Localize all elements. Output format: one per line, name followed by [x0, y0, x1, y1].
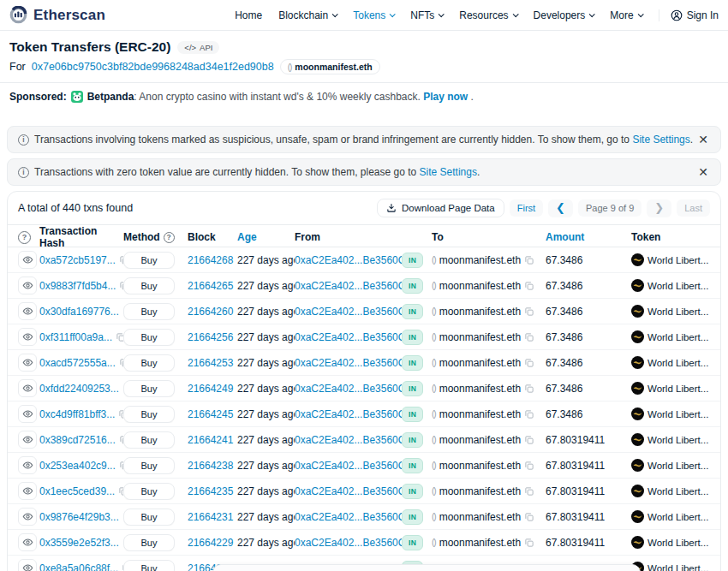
- nav-item-home[interactable]: Home: [235, 9, 262, 21]
- method-button[interactable]: Buy: [123, 560, 175, 571]
- from-address-link[interactable]: 0xaC2Ea402...Be3560C22: [295, 485, 402, 497]
- token-name-link[interactable]: World Libert...: [647, 332, 708, 342]
- from-address-link[interactable]: 0xaC2Ea402...Be3560C22: [295, 434, 402, 446]
- block-link[interactable]: 21664229: [188, 537, 233, 549]
- block-link[interactable]: 21664253: [188, 357, 233, 369]
- preview-eye-button[interactable]: [18, 251, 37, 269]
- tx-hash-link[interactable]: 0x3559e2e52f3...: [39, 537, 119, 549]
- block-link[interactable]: 21664241: [188, 434, 233, 446]
- block-link[interactable]: 21664245: [188, 408, 233, 420]
- to-ens-link[interactable]: moonmanifest.eth: [439, 408, 521, 420]
- block-link[interactable]: 21664249: [188, 383, 233, 395]
- site-settings-link[interactable]: Site Settings: [420, 166, 477, 178]
- preview-eye-button[interactable]: [18, 302, 37, 320]
- copy-icon[interactable]: [524, 486, 534, 497]
- token-name-link[interactable]: World Libert...: [647, 461, 708, 471]
- method-button[interactable]: Buy: [123, 457, 175, 474]
- method-button[interactable]: Buy: [123, 380, 175, 397]
- method-button[interactable]: Buy: [123, 509, 175, 526]
- play-now-link[interactable]: Play now: [423, 91, 468, 103]
- token-name-link[interactable]: World Libert...: [647, 384, 708, 394]
- api-badge[interactable]: </> API: [177, 41, 219, 54]
- token-name-link[interactable]: World Libert...: [647, 281, 708, 291]
- block-link[interactable]: 21664268: [188, 254, 233, 266]
- preview-eye-button[interactable]: [18, 354, 37, 372]
- method-button[interactable]: Buy: [123, 303, 175, 320]
- preview-eye-button[interactable]: [18, 482, 37, 500]
- to-ens-link[interactable]: moonmanifest.eth: [439, 434, 521, 446]
- tx-hash-link[interactable]: 0xf311ff00a9a...: [39, 331, 112, 343]
- to-ens-link[interactable]: moonmanifest.eth: [439, 280, 521, 292]
- block-link[interactable]: 21664260: [188, 306, 233, 318]
- eye-column-help-icon[interactable]: ?: [18, 231, 31, 244]
- from-address-link[interactable]: 0xaC2Ea402...Be3560C22: [295, 460, 402, 472]
- download-page-data-button[interactable]: Download Page Data: [377, 199, 504, 217]
- tx-hash-link[interactable]: 0xe8a5a06c88f...: [39, 562, 118, 571]
- copy-icon[interactable]: [524, 435, 534, 445]
- token-name-link[interactable]: World Libert...: [647, 409, 708, 419]
- block-link[interactable]: 21664231: [188, 511, 233, 523]
- token-name-link[interactable]: World Libert...: [647, 255, 708, 265]
- to-ens-link[interactable]: moonmanifest.eth: [439, 383, 521, 395]
- nav-item-blockchain[interactable]: Blockchain: [278, 9, 337, 21]
- copy-icon[interactable]: [524, 358, 534, 368]
- block-link[interactable]: 21664265: [188, 280, 233, 292]
- preview-eye-button[interactable]: [18, 379, 37, 397]
- from-address-link[interactable]: 0xaC2Ea402...Be3560C22: [295, 357, 402, 369]
- preview-eye-button[interactable]: [18, 431, 37, 449]
- token-name-link[interactable]: World Libert...: [647, 538, 708, 548]
- to-ens-link[interactable]: moonmanifest.eth: [439, 254, 521, 266]
- pagination-last-button[interactable]: Last: [677, 199, 710, 217]
- from-address-link[interactable]: 0xaC2Ea402...Be3560C22: [295, 306, 402, 318]
- from-address-link[interactable]: 0xaC2Ea402...Be3560C22: [295, 537, 402, 549]
- method-button[interactable]: Buy: [123, 406, 175, 423]
- etherscan-logo[interactable]: Etherscan: [9, 6, 105, 24]
- preview-eye-button[interactable]: [18, 328, 37, 346]
- sign-in-button[interactable]: Sign In: [659, 9, 719, 21]
- method-help-icon[interactable]: ?: [164, 232, 175, 243]
- copy-icon[interactable]: [524, 384, 534, 394]
- preview-eye-button[interactable]: [18, 559, 37, 571]
- copy-icon[interactable]: [524, 512, 534, 522]
- block-link[interactable]: 21664256: [188, 331, 233, 343]
- method-button[interactable]: Buy: [123, 534, 175, 551]
- nav-item-tokens[interactable]: Tokens: [353, 9, 394, 21]
- close-icon[interactable]: ✕: [696, 164, 710, 180]
- token-name-link[interactable]: World Libert...: [647, 306, 708, 317]
- method-button[interactable]: Buy: [123, 431, 175, 449]
- ens-name-pill[interactable]: () moonmanifest.eth: [280, 59, 380, 74]
- preview-eye-button[interactable]: [18, 456, 37, 474]
- tx-hash-link[interactable]: 0x389cd72516...: [39, 434, 116, 446]
- nav-item-developers[interactable]: Developers: [534, 9, 594, 21]
- address-link[interactable]: 0x7e06bc9750c3bf82bde9968248ad34e1f2ed90…: [32, 61, 274, 73]
- to-ens-link[interactable]: moonmanifest.eth: [439, 331, 521, 343]
- preview-eye-button[interactable]: [18, 508, 37, 526]
- copy-icon[interactable]: [524, 255, 534, 265]
- tx-hash-link[interactable]: 0xa572cb5197...: [39, 254, 116, 266]
- copy-icon[interactable]: [524, 461, 534, 471]
- copy-icon[interactable]: [524, 409, 534, 419]
- tx-hash-link[interactable]: 0x9876e4f29b3...: [39, 511, 119, 523]
- copy-icon[interactable]: [524, 538, 534, 548]
- nav-item-nfts[interactable]: NFTs: [410, 9, 443, 21]
- copy-icon[interactable]: [524, 332, 534, 342]
- tx-hash-link[interactable]: 0x1eec5ced39...: [39, 485, 115, 497]
- copy-icon[interactable]: [524, 306, 534, 317]
- tx-hash-link[interactable]: 0xacd572555a...: [39, 357, 116, 369]
- site-settings-link[interactable]: Site Settings: [632, 134, 689, 146]
- method-button[interactable]: Buy: [123, 329, 175, 346]
- to-ens-link[interactable]: moonmanifest.eth: [439, 485, 521, 497]
- pagination-prev-button[interactable]: ❮: [548, 199, 573, 217]
- token-name-link[interactable]: World Libert...: [647, 435, 708, 445]
- col-age-toggle[interactable]: Age: [237, 231, 295, 243]
- block-link[interactable]: 21664238: [188, 460, 233, 472]
- pagination-first-button[interactable]: First: [510, 199, 543, 217]
- token-name-link[interactable]: World Libert...: [647, 563, 708, 571]
- nav-item-resources[interactable]: Resources: [459, 9, 516, 21]
- tx-hash-link[interactable]: 0x253ea402c9...: [39, 460, 116, 472]
- preview-eye-button[interactable]: [18, 277, 37, 294]
- tx-hash-link[interactable]: 0xc4d9ff81bff3...: [39, 408, 115, 420]
- copy-icon[interactable]: [116, 332, 123, 342]
- copy-icon[interactable]: [524, 281, 534, 291]
- to-ens-link[interactable]: moonmanifest.eth: [439, 537, 521, 549]
